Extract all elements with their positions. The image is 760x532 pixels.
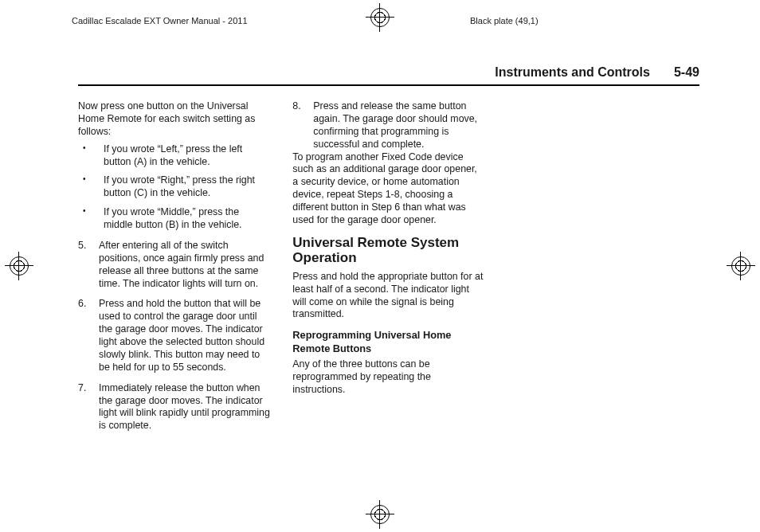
operation-paragraph: Press and hold the appropriate button fo… — [292, 271, 484, 322]
step-number: 7. — [78, 382, 86, 395]
step-text: After entering all of the switch positio… — [99, 240, 264, 289]
registration-mark-bottom — [366, 500, 394, 529]
bullet-item: If you wrote “Left,” press the left butt… — [78, 143, 270, 169]
subheading-reprogramming: Reprogramming Universal Home Remote Butt… — [292, 329, 484, 355]
switch-bullet-list: If you wrote “Left,” press the left butt… — [78, 143, 270, 232]
page-header: Instruments and Controls 5-49 — [78, 65, 699, 86]
step-list-5: 5. After entering all of the switch posi… — [78, 240, 270, 291]
step-5: 5. After entering all of the switch posi… — [78, 240, 270, 291]
step-number: 5. — [78, 240, 86, 252]
step-text: Immediately release the button when the … — [99, 382, 270, 432]
registration-mark-left — [5, 252, 33, 280]
plate-label: Black plate (49,1) — [470, 16, 539, 25]
chapter-title: Instruments and Controls — [495, 65, 650, 80]
bullet-item: If you wrote “Middle,” press the middle … — [78, 206, 270, 232]
reprogramming-paragraph: Any of the three buttons can be reprogra… — [292, 358, 484, 397]
step-text: Press and release the same button again.… — [313, 100, 477, 150]
step-text: Press and hold the button that will be u… — [99, 298, 264, 372]
bullet-item: If you wrote “Right,” press the right bu… — [78, 174, 270, 200]
page-body: Instruments and Controls 5-49 Now press … — [78, 65, 699, 492]
step-8: 8. Press and release the same button aga… — [292, 100, 484, 151]
page-number: 5-49 — [674, 65, 699, 80]
step-7: 7. Immediately release the button when t… — [78, 382, 270, 433]
manual-title-label: Cadillac Escalade EXT Owner Manual - 201… — [72, 16, 248, 25]
step-number: 8. — [292, 100, 300, 113]
step-6: 6. Press and hold the button that will b… — [78, 298, 270, 374]
registration-mark-right — [727, 252, 755, 280]
intro-paragraph: Now press one button on the Universal Ho… — [78, 100, 270, 139]
fixed-code-paragraph: To program another Fixed Code device suc… — [292, 151, 484, 227]
section-heading-universal-remote: Universal Remote System Operation — [292, 235, 484, 266]
content-columns: Now press one button on the Universal Ho… — [78, 100, 699, 483]
step-number: 6. — [78, 298, 86, 311]
print-strip: Cadillac Escalade EXT Owner Manual - 201… — [0, 0, 760, 43]
